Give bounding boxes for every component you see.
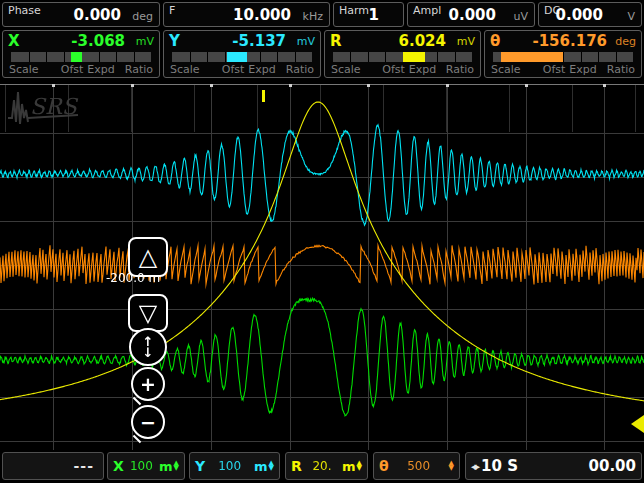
channel-box-x[interactable]: X-3.068mVScaleOfstExpdRatio xyxy=(2,30,160,78)
meter-segment xyxy=(403,52,426,62)
scale-letter: θ xyxy=(379,458,389,474)
plus-magnifier-icon: + xyxy=(140,373,156,395)
meter-tick xyxy=(225,52,226,62)
down-triangle-icon: ▽ xyxy=(139,301,157,325)
meter-sub-label: Ratio xyxy=(286,63,314,76)
channel-value: 6.024 xyxy=(399,32,446,50)
meter-tick xyxy=(260,52,261,62)
meter-tick xyxy=(581,52,582,62)
meter-tick xyxy=(29,52,30,62)
param-box-phase[interactable]: Phase 0.000 deg xyxy=(2,2,160,27)
meter-tick xyxy=(207,52,208,62)
y-scale-button[interactable]: Y100m▲▼ xyxy=(189,452,280,480)
meter-segment xyxy=(71,52,82,62)
scale-value: 20. xyxy=(302,459,342,473)
zoom-in-button[interactable]: + xyxy=(131,367,165,401)
up-triangle-icon: △ xyxy=(139,245,157,269)
srs-logo-icon: SRS xyxy=(6,88,88,128)
amplitude-value: 0.000 xyxy=(449,6,496,24)
theta-scale-button[interactable]: θ500▲▼ xyxy=(373,452,460,480)
scale-letter: Y xyxy=(195,458,205,474)
timebase-button[interactable]: ◂▸ 10 S 00.00 xyxy=(465,452,642,480)
meter-sub-label: Ofst xyxy=(543,63,566,76)
param-box-frequency[interactable]: F 10.000 kHz xyxy=(163,2,330,27)
phase-value: 0.000 xyxy=(74,6,121,24)
meter-tick xyxy=(455,52,456,62)
meter-tick xyxy=(598,52,599,62)
meter-bar xyxy=(493,52,633,62)
meter-tick xyxy=(190,52,191,62)
lockin-amplifier-screen: Phase 0.000 deg F 10.000 kHz Harm 1 Ampl… xyxy=(0,0,644,483)
scale-suffix: m xyxy=(159,459,173,474)
scale-suffix: m xyxy=(342,459,356,474)
scale-letter: X xyxy=(113,458,124,474)
waveform-canvas[interactable] xyxy=(0,84,644,450)
param-box-harmonic[interactable]: Harm 1 xyxy=(333,2,404,27)
meter-tick xyxy=(99,52,100,62)
amplitude-unit: uV xyxy=(514,10,529,23)
vertical-expand-button[interactable]: ↑ ↓ xyxy=(129,328,167,366)
meter-labels: ScaleOfstExpdRatio xyxy=(3,63,159,76)
updown-arrows-icon: ▲▼ xyxy=(449,461,454,471)
dc-value: 0.000 xyxy=(556,6,603,24)
meter-tick xyxy=(64,52,65,62)
trace-display-area[interactable]: SRS △ -200.0 m ▽ ↑ ↓ + − xyxy=(0,84,644,450)
harmonic-value: 1 xyxy=(369,6,379,24)
meter-sub-label: Ofst xyxy=(61,63,84,76)
frequency-unit: kHz xyxy=(303,10,323,23)
meter-sub-label: Scale xyxy=(9,63,39,76)
meter-tick xyxy=(437,52,438,62)
param-box-amplitude[interactable]: Ampl 0.000 uV xyxy=(407,2,535,27)
channel-value: -5.137 xyxy=(232,32,286,50)
trace-group-button[interactable]: --- xyxy=(2,452,104,480)
meter-bar xyxy=(333,52,472,62)
meter-segment xyxy=(501,52,563,62)
meter-tick xyxy=(277,52,278,62)
channel-box-y[interactable]: Y-5.137mVScaleOfstExpdRatio xyxy=(163,30,321,78)
scale-value: 500 xyxy=(389,459,449,473)
phase-label: Phase xyxy=(8,4,41,17)
scale-down-button[interactable]: ▽ xyxy=(128,294,168,332)
group-dashes-label: --- xyxy=(74,458,98,474)
meter-labels: ScaleOfstExpdRatio xyxy=(485,63,641,76)
meter-tick xyxy=(295,52,296,62)
channel-unit: deg xyxy=(615,35,636,48)
meter-sub-label: Expd xyxy=(409,63,436,76)
horizontal-arrows-icon: ◂▸ xyxy=(471,460,478,473)
meter-tick xyxy=(368,52,369,62)
channel-unit: mV xyxy=(297,35,315,48)
channel-value: -3.068 xyxy=(71,32,125,50)
meter-tick xyxy=(116,52,117,62)
channel-box-theta[interactable]: θ-156.176degScaleOfstExpdRatio xyxy=(484,30,642,78)
updown-arrows-icon: ▲▼ xyxy=(357,461,362,471)
meter-tick xyxy=(46,52,47,62)
scale-value: 100 xyxy=(124,459,159,473)
channel-unit: mV xyxy=(136,35,154,48)
minus-magnifier-icon: − xyxy=(140,411,156,433)
meter-sub-label: Scale xyxy=(331,63,361,76)
meter-sub-label: Ratio xyxy=(446,63,474,76)
channel-letter: X xyxy=(8,32,20,50)
meter-tick xyxy=(350,52,351,62)
amplitude-label: Ampl xyxy=(413,4,441,17)
scale-value: 100 xyxy=(205,459,254,473)
timebase-value: 10 S xyxy=(481,457,518,475)
updown-arrows-icon: ▲▼ xyxy=(174,461,179,471)
channel-box-r[interactable]: R6.024mVScaleOfstExpdRatio xyxy=(324,30,481,78)
x-scale-button[interactable]: X100m▲▼ xyxy=(107,452,185,480)
param-box-dc-offset[interactable]: DC 0.000 V xyxy=(538,2,642,27)
meter-bar xyxy=(11,52,151,62)
meter-sub-label: Scale xyxy=(170,63,200,76)
channel-letter: R xyxy=(330,32,342,50)
harmonic-label: Harm xyxy=(339,4,369,17)
meter-sub-label: Expd xyxy=(569,63,596,76)
arrow-down-icon: ↓ xyxy=(143,347,154,358)
zoom-out-button[interactable]: − xyxy=(131,405,165,439)
meter-sub-label: Ratio xyxy=(607,63,635,76)
meter-labels: ScaleOfstExpdRatio xyxy=(325,63,480,76)
meter-segment xyxy=(227,52,247,62)
meter-tick xyxy=(134,52,135,62)
channel-letter: Y xyxy=(169,32,180,50)
r-scale-button[interactable]: R20.m▲▼ xyxy=(285,452,368,480)
meter-tick xyxy=(563,52,564,62)
